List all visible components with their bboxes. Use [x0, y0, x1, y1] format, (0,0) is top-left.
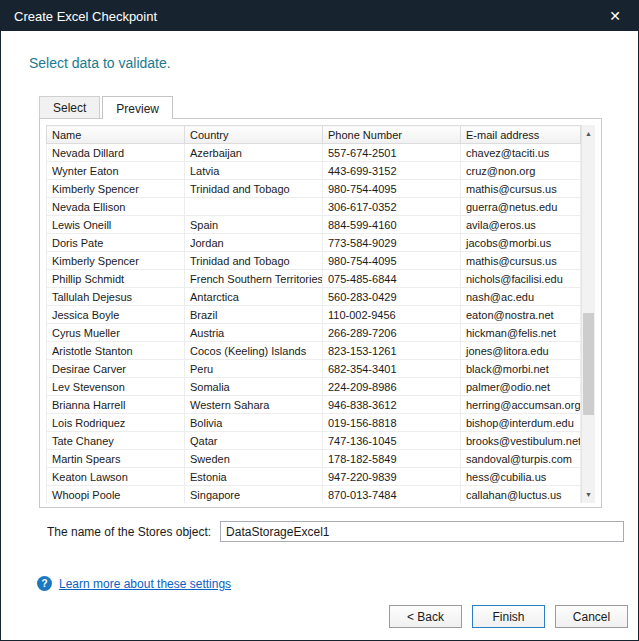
column-header[interactable]: E-mail address — [461, 126, 581, 144]
table-row[interactable]: Aristotle StantonCocos (Keeling) Islands… — [47, 342, 581, 360]
table-cell: avila@eros.us — [461, 216, 581, 234]
table-row[interactable]: Cyrus MuellerAustria266-289-7206hickman@… — [47, 324, 581, 342]
table-cell: chavez@taciti.us — [461, 144, 581, 162]
table-cell: Western Sahara — [185, 396, 323, 414]
tab-preview[interactable]: Preview — [102, 96, 173, 119]
tab-select[interactable]: Select — [39, 96, 100, 118]
table-cell: Kimberly Spencer — [47, 252, 185, 270]
table-cell: Desirae Carver — [47, 360, 185, 378]
table-cell: bishop@interdum.edu — [461, 414, 581, 432]
stores-object-input[interactable] — [220, 521, 624, 542]
close-icon[interactable]: ✕ — [605, 6, 625, 26]
table-cell: 980-754-4095 — [323, 252, 461, 270]
table-row[interactable]: Phillip SchmidtFrench Southern Territori… — [47, 270, 581, 288]
table-row[interactable]: Lewis OneillSpain884-599-4160avila@eros.… — [47, 216, 581, 234]
table-cell: 947-220-9839 — [323, 468, 461, 486]
table-row[interactable]: Jessica BoyleBrazil110-002-9456eaton@nos… — [47, 306, 581, 324]
table-cell: Aristotle Stanton — [47, 342, 185, 360]
page-title: Select data to validate. — [29, 55, 638, 71]
table-cell: Nevada Dillard — [47, 144, 185, 162]
table-cell: Peru — [185, 360, 323, 378]
table-cell: eaton@nostra.net — [461, 306, 581, 324]
table-cell: nash@ac.edu — [461, 288, 581, 306]
table-cell: Estonia — [185, 468, 323, 486]
table-row[interactable]: Tallulah DejesusAntarctica560-283-0429na… — [47, 288, 581, 306]
finish-button[interactable]: Finish — [472, 605, 545, 628]
table-row[interactable]: Martin SpearsSweden178-182-5849sandoval@… — [47, 450, 581, 468]
table-cell: Keaton Lawson — [47, 468, 185, 486]
column-header[interactable]: Phone Number — [323, 126, 461, 144]
table-row[interactable]: Whoopi PooleSingapore870-013-7484callaha… — [47, 486, 581, 504]
column-header[interactable]: Name — [47, 126, 185, 144]
table-cell: mathis@cursus.us — [461, 180, 581, 198]
table-cell: sandoval@turpis.com — [461, 450, 581, 468]
table-cell: 110-002-9456 — [323, 306, 461, 324]
table-row[interactable]: Doris PateJordan773-584-9029jacobs@morbi… — [47, 234, 581, 252]
table-cell: 747-136-1045 — [323, 432, 461, 450]
table-cell: 682-354-3401 — [323, 360, 461, 378]
scroll-down-icon[interactable]: ▼ — [582, 486, 595, 503]
table-row[interactable]: Desirae CarverPeru682-354-3401black@morb… — [47, 360, 581, 378]
table-row[interactable]: Kimberly SpencerTrinidad and Tobago980-7… — [47, 180, 581, 198]
table-row[interactable]: Tate ChaneyQatar747-136-1045brooks@vesti… — [47, 432, 581, 450]
table-cell: Lewis Oneill — [47, 216, 185, 234]
table-cell: 560-283-0429 — [323, 288, 461, 306]
data-preview-table: NameCountryPhone NumberE-mail address Ne… — [46, 125, 595, 503]
table-cell: Spain — [185, 216, 323, 234]
table-cell: Lois Rodriquez — [47, 414, 185, 432]
table-cell: 266-289-7206 — [323, 324, 461, 342]
table-cell: jones@litora.edu — [461, 342, 581, 360]
table-cell: Lev Stevenson — [47, 378, 185, 396]
table-cell: 075-485-6844 — [323, 270, 461, 288]
table-cell: Sweden — [185, 450, 323, 468]
table-row[interactable]: Nevada Ellison306-617-0352guerra@netus.e… — [47, 198, 581, 216]
dialog-buttons: < Back Finish Cancel — [389, 605, 628, 628]
table-cell: 306-617-0352 — [323, 198, 461, 216]
cancel-button[interactable]: Cancel — [555, 605, 628, 628]
create-excel-checkpoint-dialog: Create Excel Checkpoint ✕ Select data to… — [0, 0, 639, 641]
table-cell: 224-209-8986 — [323, 378, 461, 396]
table-cell: Bolivia — [185, 414, 323, 432]
table-row[interactable]: Brianna HarrellWestern Sahara946-838-361… — [47, 396, 581, 414]
table-cell: cruz@non.org — [461, 162, 581, 180]
stores-object-row: The name of the Stores object: — [47, 521, 624, 542]
tab-strip: SelectPreview — [39, 96, 638, 118]
table-row[interactable]: Wynter EatonLatvia443-699-3152cruz@non.o… — [47, 162, 581, 180]
table-cell: Somalia — [185, 378, 323, 396]
table-cell: herring@accumsan.org — [461, 396, 581, 414]
preview-tab-panel: NameCountryPhone NumberE-mail address Ne… — [39, 118, 602, 508]
back-button[interactable]: < Back — [389, 605, 462, 628]
table-cell: Nevada Ellison — [47, 198, 185, 216]
table-cell: 557-674-2501 — [323, 144, 461, 162]
table-cell: hess@cubilia.us — [461, 468, 581, 486]
table-cell: 870-013-7484 — [323, 486, 461, 504]
table-cell: 019-156-8818 — [323, 414, 461, 432]
table-cell: Austria — [185, 324, 323, 342]
table-cell: Kimberly Spencer — [47, 180, 185, 198]
table-cell: Brazil — [185, 306, 323, 324]
scroll-up-icon[interactable]: ▲ — [582, 125, 595, 142]
table-cell: Whoopi Poole — [47, 486, 185, 504]
table-cell: 980-754-4095 — [323, 180, 461, 198]
table-cell: Qatar — [185, 432, 323, 450]
learn-more-link[interactable]: Learn more about these settings — [59, 577, 231, 591]
scrollbar-thumb[interactable] — [583, 313, 594, 415]
stores-object-label: The name of the Stores object: — [47, 525, 211, 539]
table-row[interactable]: Keaton LawsonEstonia947-220-9839hess@cub… — [47, 468, 581, 486]
table-cell: nichols@facilisi.edu — [461, 270, 581, 288]
table-row[interactable]: Kimberly SpencerTrinidad and Tobago980-7… — [47, 252, 581, 270]
vertical-scrollbar[interactable]: ▲ ▼ — [581, 125, 595, 503]
table-row[interactable]: Lois RodriquezBolivia019-156-8818bishop@… — [47, 414, 581, 432]
table-cell: hickman@felis.net — [461, 324, 581, 342]
table-row[interactable]: Lev StevensonSomalia224-209-8986palmer@o… — [47, 378, 581, 396]
titlebar: Create Excel Checkpoint ✕ — [1, 1, 638, 31]
table-cell: Martin Spears — [47, 450, 185, 468]
table-cell: Jessica Boyle — [47, 306, 185, 324]
table-row[interactable]: Nevada DillardAzerbaijan557-674-2501chav… — [47, 144, 581, 162]
table-cell: Jordan — [185, 234, 323, 252]
table-cell: 773-584-9029 — [323, 234, 461, 252]
help-icon[interactable]: ? — [37, 576, 52, 591]
table-cell: black@morbi.net — [461, 360, 581, 378]
table-cell: Cyrus Mueller — [47, 324, 185, 342]
column-header[interactable]: Country — [185, 126, 323, 144]
